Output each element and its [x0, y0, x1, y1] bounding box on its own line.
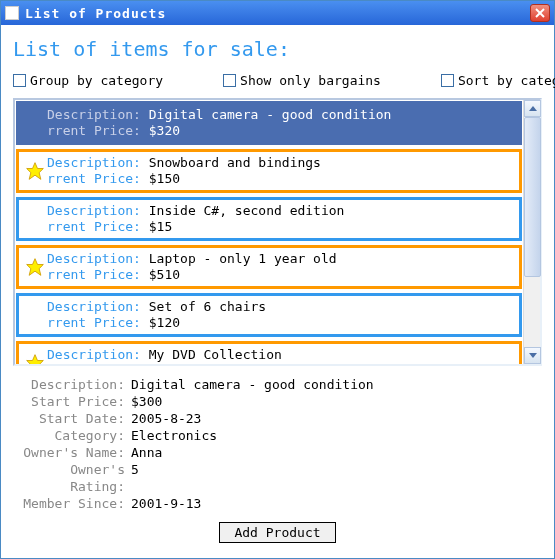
page-title: List of items for sale:: [13, 37, 542, 61]
chevron-up-icon: [529, 106, 537, 111]
checkbox-icon: [13, 74, 26, 87]
star-icon: [25, 257, 45, 277]
detail-label: Start Date:: [13, 410, 131, 427]
listbox-viewport: Description: Digital camera - good condi…: [15, 100, 540, 364]
list-item[interactable]: Description: My DVD Collectionrrent Pric…: [16, 341, 522, 364]
detail-label: Description:: [13, 376, 131, 393]
detail-label: Owner's Rating:: [13, 461, 131, 495]
app-icon: [5, 6, 19, 20]
list-item[interactable]: Description: Digital camera - good condi…: [16, 101, 522, 145]
detail-value: 2005-8-23: [131, 410, 201, 427]
item-text: Description: Inside C#, second editionrr…: [47, 203, 344, 235]
detail-row: Start Price:$300: [13, 393, 542, 410]
content-area: List of items for sale: Group by categor…: [1, 25, 554, 555]
check-label: Show only bargains: [240, 73, 381, 88]
svg-marker-3: [27, 259, 44, 276]
detail-row: Category:Electronics: [13, 427, 542, 444]
detail-row: Owner's Rating:5: [13, 461, 542, 495]
item-text: Description: Digital camera - good condi…: [47, 107, 391, 139]
scrollbar[interactable]: [523, 100, 540, 364]
chevron-down-icon: [529, 353, 537, 358]
detail-value: Digital camera - good condition: [131, 376, 374, 393]
detail-row: Owner's Name:Anna: [13, 444, 542, 461]
button-row: Add Product: [13, 522, 542, 543]
close-button[interactable]: [530, 4, 550, 22]
star-icon: [25, 353, 45, 364]
list-item[interactable]: Description: Inside C#, second editionrr…: [16, 197, 522, 241]
detail-row: Start Date:2005-8-23: [13, 410, 542, 427]
detail-value: Electronics: [131, 427, 217, 444]
check-label: Group by category: [30, 73, 163, 88]
detail-label: Owner's Name:: [13, 444, 131, 461]
checkbox-icon: [441, 74, 454, 87]
group-by-category-check[interactable]: Group by category: [13, 73, 163, 88]
window-title: List of Products: [25, 6, 530, 21]
detail-value: 5: [131, 461, 139, 495]
list-item[interactable]: Description: Snowboard and bindingsrrent…: [16, 149, 522, 193]
detail-label: Start Price:: [13, 393, 131, 410]
item-text: Description: My DVD Collectionrrent Pric…: [47, 347, 282, 364]
svg-marker-4: [27, 355, 44, 364]
product-listbox: Description: Digital camera - good condi…: [13, 98, 542, 366]
sort-by-check[interactable]: Sort by category and date: [441, 73, 555, 88]
check-label: Sort by category and date: [458, 73, 555, 88]
detail-label: Category:: [13, 427, 131, 444]
checkbox-icon: [223, 74, 236, 87]
list-item[interactable]: Description: Laptop - only 1 year oldrre…: [16, 245, 522, 289]
detail-row: Member Since:2001-9-13: [13, 495, 542, 512]
scroll-up-button[interactable]: [524, 100, 541, 117]
star-icon: [25, 161, 45, 181]
details-panel: Description:Digital camera - good condit…: [13, 376, 542, 512]
detail-value: $300: [131, 393, 162, 410]
item-text: Description: Laptop - only 1 year oldrre…: [47, 251, 337, 283]
filter-row: Group by category Show only bargains Sor…: [13, 73, 542, 88]
detail-value: 2001-9-13: [131, 495, 201, 512]
detail-value: Anna: [131, 444, 162, 461]
titlebar: List of Products: [1, 1, 554, 25]
item-text: Description: Set of 6 chairsrrent Price:…: [47, 299, 266, 331]
detail-label: Member Since:: [13, 495, 131, 512]
add-product-button[interactable]: Add Product: [219, 522, 335, 543]
close-icon: [535, 8, 545, 18]
scroll-thumb[interactable]: [524, 117, 541, 277]
list-item[interactable]: Description: Set of 6 chairsrrent Price:…: [16, 293, 522, 337]
show-bargains-check[interactable]: Show only bargains: [223, 73, 381, 88]
item-text: Description: Snowboard and bindingsrrent…: [47, 155, 321, 187]
scroll-down-button[interactable]: [524, 347, 541, 364]
window: List of Products List of items for sale:…: [0, 0, 555, 559]
svg-marker-2: [27, 163, 44, 180]
detail-row: Description:Digital camera - good condit…: [13, 376, 542, 393]
